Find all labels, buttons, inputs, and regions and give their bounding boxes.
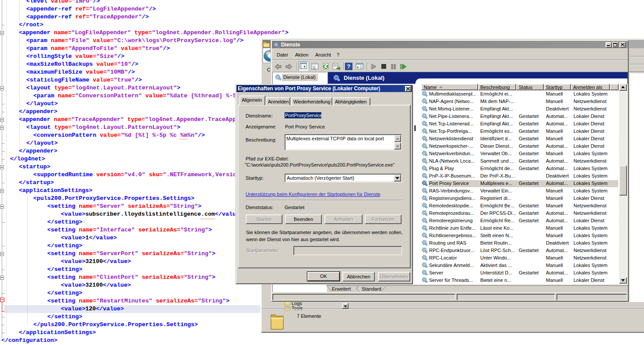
svg-text:?: ? (347, 63, 351, 70)
